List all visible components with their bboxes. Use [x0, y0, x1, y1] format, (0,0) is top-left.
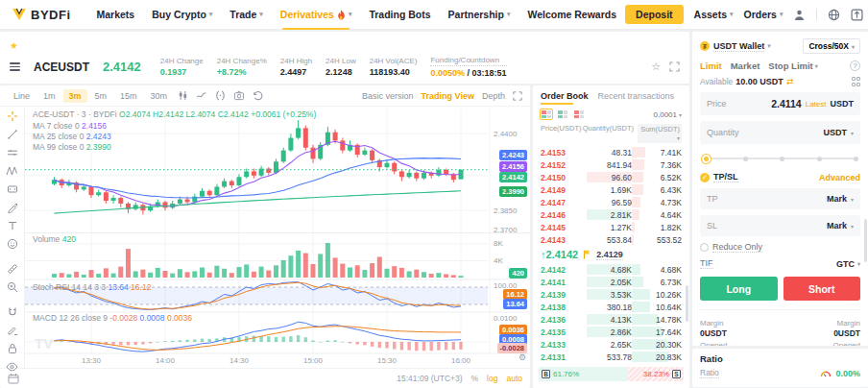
long-button[interactable]: Long [700, 277, 778, 301]
orderbook-buy-row[interactable]: 2.41393.53K10.26K [533, 288, 689, 301]
price-field[interactable]: Price 2.4114 Latest USDT [700, 92, 860, 115]
quantity-slider[interactable] [702, 151, 858, 166]
view-trading-view[interactable]: Trading View [422, 91, 474, 101]
tf-3m[interactable]: 3m [63, 89, 87, 103]
candlestick-chart[interactable]: 13:3014:0014:3015:0015:3016:002.44002.38… [25, 107, 530, 368]
watchlist-star-icon[interactable]: ☆ [651, 61, 661, 73]
book-mode-both-icon[interactable] [541, 109, 552, 119]
trade-panel-scrollbar[interactable] [864, 219, 867, 262]
slider-dot[interactable] [817, 157, 822, 161]
undo-icon[interactable] [253, 90, 263, 101]
auto-scale-toggle[interactable]: auto [506, 374, 522, 383]
price-input-value[interactable]: 2.4114 [771, 98, 802, 109]
tab-recent-transactions[interactable]: Recent transactions [598, 91, 675, 101]
slider-dot[interactable] [743, 157, 748, 161]
calculator-icon[interactable] [852, 77, 861, 86]
tab-market[interactable]: Market [731, 61, 760, 71]
orderbook-sell-row[interactable]: 2.414796.594.73K [533, 196, 689, 208]
emoji-icon[interactable] [6, 238, 19, 250]
short-button[interactable]: Short [784, 277, 861, 301]
orderbook-sell-row[interactable]: 2.41491.69K6.43K [533, 183, 689, 196]
convert-icon[interactable]: ⇄ [786, 77, 794, 86]
magnet-icon[interactable] [6, 306, 19, 318]
nav-trade[interactable]: Trade▾ [229, 0, 263, 30]
orderbook-buy-row[interactable]: 2.41412.05K6.73K [533, 276, 689, 288]
lock-icon[interactable] [6, 343, 19, 354]
sl-field[interactable]: SL Mark▾ [700, 215, 860, 236]
trendline-icon[interactable] [6, 129, 19, 140]
pair-list-icon[interactable] [10, 62, 20, 71]
tab-stop-limit[interactable]: Stop Limit▾ [768, 61, 817, 71]
crosshair-icon[interactable] [6, 110, 19, 122]
tf-5m[interactable]: 5m [89, 89, 113, 103]
brush-icon[interactable] [6, 202, 19, 213]
orderbook-buy-row[interactable]: 2.41424.68K4.68K [533, 263, 689, 276]
parallel-lines-icon[interactable] [6, 147, 19, 158]
xabcd-pattern-icon[interactable] [6, 165, 19, 177]
orderbook-buy-row[interactable]: 2.41364.13K14.78K [533, 313, 689, 326]
slider-dot[interactable] [854, 157, 858, 161]
nav-buy-crypto[interactable]: Buy Crypto▾ [152, 0, 212, 30]
candle-type-icon[interactable] [178, 90, 188, 101]
orderbook-buy-row[interactable]: 2.4131533.7820.83K [533, 351, 689, 363]
order-book-scrollbar[interactable] [686, 285, 688, 322]
tf-line[interactable]: Line [8, 89, 36, 103]
tif-select[interactable]: GTC▾ [836, 259, 860, 269]
latest-price-button[interactable]: Latest [806, 100, 827, 109]
quantity-unit-select[interactable]: USDT [823, 128, 847, 137]
timezone-gear-icon[interactable]: ⚙ [518, 352, 526, 362]
percent-scale-toggle[interactable]: % [471, 374, 479, 383]
nav-markets[interactable]: Markets [97, 0, 135, 30]
nav-derivatives[interactable]: Derivatives ▾ [280, 0, 352, 30]
tp-field[interactable]: TP Mark▾ [700, 188, 860, 209]
orders-menu[interactable]: Orders▾ [744, 9, 784, 20]
ruler-icon[interactable] [6, 263, 19, 275]
tf-30m[interactable]: 30m [145, 89, 174, 103]
orderbook-buy-row[interactable]: 2.41352.86K17.64K [533, 326, 689, 338]
text-tool-icon[interactable] [6, 220, 19, 231]
sl-trigger-select[interactable]: Mark [827, 221, 847, 230]
pair-name[interactable]: ACEUSDT [34, 61, 89, 74]
precision-select[interactable]: 0.0001▾ [654, 110, 682, 119]
tf-1m[interactable]: 1m [37, 89, 61, 103]
tab-order-book[interactable]: Order Book [541, 91, 589, 101]
orderbook-buy-row[interactable]: 2.4138380.1810.64K [533, 301, 689, 313]
compare-icon[interactable] [215, 90, 226, 101]
deposit-button[interactable]: Deposit [625, 5, 684, 24]
chart-clock[interactable]: 15:41:09 (UTC+3) [397, 374, 462, 383]
edit-lock-icon[interactable] [6, 325, 19, 336]
orderbook-sell-row[interactable]: 2.415348.317.41K [533, 146, 689, 158]
book-mode-sells-icon[interactable] [573, 109, 585, 119]
help-icon[interactable]: ? [850, 61, 860, 71]
transfer-icon[interactable] [851, 9, 863, 21]
nav-trading-bots[interactable]: Trading Bots [369, 0, 430, 30]
profile-icon[interactable] [793, 9, 806, 21]
fullscreen-icon[interactable] [513, 91, 522, 101]
indicators-icon[interactable] [196, 90, 207, 101]
tp-trigger-select[interactable]: Mark [827, 194, 847, 204]
tf-15m[interactable]: 15m [114, 89, 143, 103]
slider-handle[interactable] [702, 155, 711, 163]
sum-column-select[interactable]: Sum(USDT) ▾ [638, 124, 682, 143]
wallet-select[interactable]: USDT Wallet [713, 41, 764, 52]
go-to-date-icon[interactable] [8, 373, 19, 384]
expand-icon[interactable] [669, 61, 680, 72]
tpsl-checkbox[interactable]: ✓ [700, 173, 710, 182]
orderbook-sell-row[interactable]: 2.4152841.947.36K [533, 158, 689, 171]
zoom-in-icon[interactable] [6, 281, 19, 293]
camera-icon[interactable] [233, 90, 245, 101]
orderbook-sell-row[interactable]: 2.41462.81K4.64K [533, 208, 689, 221]
log-scale-toggle[interactable]: log [487, 374, 497, 383]
shapes-icon[interactable] [6, 183, 19, 195]
orderbook-sell-row[interactable]: 2.4143553.84553.52 [533, 233, 689, 246]
orderbook-sell-row[interactable]: 2.415096.606.52K [533, 171, 689, 183]
mark-price[interactable]: 2.4129 [596, 250, 623, 260]
reduce-only-checkbox[interactable] [700, 243, 709, 252]
book-mode-buys-icon[interactable] [557, 109, 568, 119]
brand-logo[interactable]: BYDFi [12, 8, 71, 22]
language-globe-icon[interactable] [828, 9, 840, 21]
view-basic-version[interactable]: Basic version [362, 91, 414, 101]
nav-partnership[interactable]: Partnership▾ [448, 0, 511, 30]
slider-dot[interactable] [780, 157, 784, 161]
assets-menu[interactable]: Assets▾ [694, 9, 734, 20]
